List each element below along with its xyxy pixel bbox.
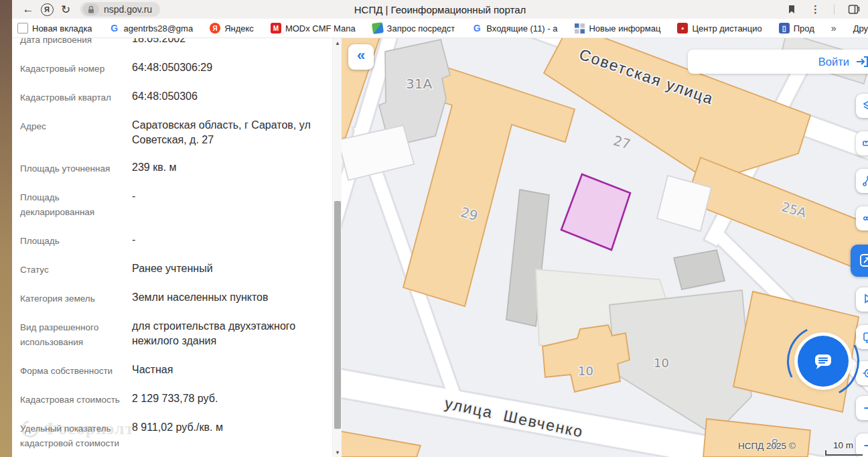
lock-icon: [83, 3, 99, 15]
google-icon: G: [472, 23, 482, 34]
address-bar[interactable]: nspd.gov.ru: [80, 2, 160, 17]
menu-dots-icon[interactable]: ⋮: [810, 3, 820, 15]
map-attribution: НСПД 2025 ©: [738, 441, 796, 451]
scrollbar-thumb[interactable]: [334, 201, 341, 429]
scale-label: 10 m: [833, 440, 867, 450]
browser-toolbar: ← Я ↻ nspd.gov.ru НСПД | Геоинформационн…: [12, 0, 868, 19]
red-tile-icon: ▪: [677, 23, 688, 34]
bookmark-centr[interactable]: ▪Центр дистанцио: [677, 23, 762, 34]
bookmarks-bar: Новая вкладка Gagentrbs28@gma ЯЯндекс MM…: [12, 19, 868, 38]
attr-row: Кадастровый номер64:48:050306:29: [20, 60, 323, 76]
bookmark-gmail-account[interactable]: Gagentrbs28@gma: [109, 23, 194, 34]
pinwheel-icon: [372, 22, 384, 34]
other-bookmarks-button[interactable]: Другие закладки ˅: [853, 23, 868, 34]
scroll-down-arrow[interactable]: ▼: [333, 448, 342, 457]
bookmark-modx[interactable]: MMODx CMF Mana: [271, 23, 356, 34]
google-icon: G: [109, 23, 120, 34]
attr-row: Кадастровый квартал64:48:050306: [20, 89, 323, 105]
attr-row: АдресСаратовская область, г Саратов, ул …: [20, 118, 323, 147]
layers-icon: [862, 99, 868, 113]
bookmark-flag-icon[interactable]: [786, 4, 797, 15]
geolocation-icon: [862, 367, 868, 380]
scale-bar: 10 m: [825, 440, 867, 456]
bookmarks-overflow-chevron[interactable]: »: [831, 23, 837, 34]
svg-text:10: 10: [654, 356, 669, 370]
zoom-in-button[interactable]: [856, 396, 868, 420]
identify-tool-button-active[interactable]: [851, 245, 868, 277]
reload-button[interactable]: ↻: [56, 1, 75, 17]
measure-tool-button[interactable]: [856, 169, 868, 193]
doc-tile-icon: ▯: [779, 23, 790, 34]
measure-icon: [862, 174, 868, 188]
watermark-logo-icon: [18, 417, 42, 441]
frame-icon: [862, 330, 868, 344]
map-viewport[interactable]: 31А 27 29 25А 10 10 25 8 Советская улица…: [342, 38, 868, 457]
bookmark-inbox[interactable]: GВходящие (11) - a: [472, 23, 557, 34]
cursor-icon: [862, 293, 868, 306]
plus-icon: [862, 401, 868, 415]
cursor-tool-button[interactable]: [856, 287, 868, 312]
page-icon: [17, 23, 28, 34]
attr-row: Площадь уточненная239 кв. м: [20, 160, 323, 176]
attr-row: Кадастровая стоимость2 129 733,78 руб.: [20, 391, 323, 407]
attr-row: Категория земельЗемли населенных пунктов: [20, 290, 323, 306]
svg-text:31А: 31А: [406, 76, 432, 92]
bookmark-yandex[interactable]: ЯЯндекс: [210, 23, 254, 34]
bookmark-novye[interactable]: Новые информац: [574, 23, 660, 34]
scroll-up-arrow[interactable]: ▲: [333, 38, 342, 48]
scale-line: [825, 450, 863, 456]
ruler-icon: [862, 137, 868, 150]
svg-text:10: 10: [578, 364, 593, 378]
bookmark-zapros[interactable]: Запрос посредст: [372, 23, 455, 34]
attr-row: Дата присвоения18.05.2002: [20, 38, 323, 48]
back-button[interactable]: ←: [19, 1, 38, 17]
page-title: НСПД | Геоинформационный портал: [354, 4, 526, 15]
print-extent-tool-button[interactable]: [856, 325, 868, 349]
share-tool-button[interactable]: [856, 206, 868, 231]
yandex-icon: Я: [210, 23, 220, 34]
bookmark-new-tab[interactable]: Новая вкладка: [17, 23, 92, 34]
panel-scrollbar[interactable]: ▲ ▼: [332, 38, 342, 457]
collapse-panel-button[interactable]: «: [348, 44, 374, 70]
tab-panel-icon[interactable]: [848, 4, 860, 15]
login-arrow-icon: [855, 56, 868, 68]
toolbar-separator: [834, 4, 835, 15]
chat-bubble-icon: [811, 349, 835, 373]
modx-icon: M: [271, 23, 281, 34]
attr-row: СтатусРанее учтенный: [20, 261, 323, 277]
bookmark-prod[interactable]: ▯Прод: [779, 23, 814, 34]
content-area: Дата присвоения18.05.2002 Кадастровый но…: [12, 38, 868, 457]
identify-icon: [859, 253, 868, 269]
attr-row: Площадь декларированная-: [20, 189, 323, 220]
grid-icon: [574, 23, 585, 34]
attr-row: Площадь-: [20, 233, 323, 249]
share-icon: [862, 212, 868, 225]
screenshot-root: ← Я ↻ nspd.gov.ru НСПД | Геоинформационн…: [0, 0, 868, 457]
login-button[interactable]: Войти: [688, 50, 868, 74]
agency-watermark: Фосориэлт: [21, 419, 134, 439]
attr-row: Вид разрешенного использованиядля строит…: [20, 319, 323, 350]
browser-window: ← Я ↻ nspd.gov.ru НСПД | Геоинформационн…: [12, 0, 868, 457]
yandex-home-icon[interactable]: Я: [38, 1, 56, 17]
attr-row: Форма собственностиЧастная: [20, 363, 323, 379]
chat-widget-button[interactable]: [798, 336, 849, 387]
basemap: 31А 27 29 25А 10 10 25 8 Советская улица…: [342, 38, 868, 457]
url-text: nspd.gov.ru: [104, 4, 152, 15]
layers-tool-button[interactable]: [856, 94, 868, 118]
desktop-edge: [0, 0, 12, 457]
ruler-tool-button[interactable]: [856, 131, 868, 155]
parcel-info-panel: Дата присвоения18.05.2002 Кадастровый но…: [12, 38, 332, 457]
